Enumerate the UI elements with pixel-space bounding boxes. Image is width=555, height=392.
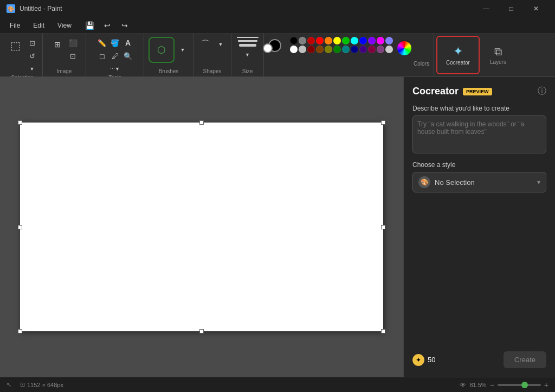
status-bar: ↖ ⊡ 1152 × 648px 👁 81.5% − + <box>0 377 555 392</box>
style-value: No Selection <box>435 178 537 187</box>
resize-tool[interactable]: ⊞ <box>50 37 65 52</box>
handle-bottom-left[interactable] <box>18 329 22 333</box>
canvas-area[interactable] <box>0 77 403 377</box>
color-swatch[interactable] <box>307 37 315 44</box>
panel-footer: ✦ 50 Create <box>412 351 546 368</box>
quick-access-toolbar: 💾 ↩ ↪ <box>83 19 131 32</box>
handle-top-right[interactable] <box>381 120 385 125</box>
close-button[interactable]: ✕ <box>524 0 548 17</box>
color-swatch[interactable] <box>351 46 358 53</box>
cursor-icon-area: ↖ <box>7 381 11 388</box>
drawing-canvas[interactable] <box>20 123 383 331</box>
color-swatch[interactable] <box>368 37 376 44</box>
image-tool-2[interactable]: ⊡ <box>67 50 79 62</box>
shapes-dropdown[interactable]: ▼ <box>215 38 227 50</box>
redo-button[interactable]: ↪ <box>118 19 131 32</box>
status-left: ↖ ⊡ 1152 × 648px <box>7 381 63 388</box>
layers-button[interactable]: ⧉ Layers <box>482 34 514 76</box>
handle-top-center[interactable] <box>199 120 204 125</box>
color-picker-tool[interactable]: 🖊 <box>109 50 121 62</box>
brush-icon: ⬡ <box>157 44 166 56</box>
undo-button[interactable]: ↩ <box>101 19 114 32</box>
menu-view[interactable]: View <box>52 20 77 31</box>
color-swatch[interactable] <box>333 37 341 44</box>
color-swatch[interactable] <box>385 37 393 44</box>
zoom-out-button[interactable]: − <box>490 381 494 389</box>
tool-more[interactable]: ⋯▼ <box>109 63 121 75</box>
describe-label: Describe what you'd like to create <box>412 105 546 112</box>
cocreator-sparkle-icon: ✦ <box>453 44 463 59</box>
ribbon-group-brushes: ⬡ ▼ Brushes <box>144 34 193 76</box>
color-swatch[interactable] <box>290 37 298 44</box>
color-swatch[interactable] <box>325 37 332 44</box>
save-button[interactable]: 💾 <box>83 19 96 32</box>
chevron-down-icon: ▾ <box>537 178 540 186</box>
color-swatch[interactable] <box>359 37 367 44</box>
describe-input[interactable] <box>412 115 546 153</box>
image-group-label: Image <box>57 68 72 75</box>
color-swatch[interactable] <box>385 46 393 53</box>
color-swatch[interactable] <box>333 46 341 53</box>
background-color[interactable] <box>263 43 273 53</box>
color-swatch[interactable] <box>342 37 350 44</box>
color-swatch[interactable] <box>307 46 315 53</box>
color-swatch[interactable] <box>377 37 384 44</box>
style-dropdown[interactable]: 🎨 No Selection ▾ <box>412 172 546 192</box>
zoom-slider[interactable] <box>498 384 541 386</box>
create-button[interactable]: Create <box>504 351 546 368</box>
magnify-tool[interactable]: 🔍 <box>122 50 134 62</box>
info-icon[interactable]: ⓘ <box>538 86 546 97</box>
window-controls: — □ ✕ <box>474 0 548 17</box>
ribbon-group-shapes: ⌒ ▼ Shapes <box>193 34 231 76</box>
app-icon: 🎨 <box>7 4 15 13</box>
color-swatch[interactable] <box>299 46 306 53</box>
title-bar: 🎨 Untitled - Paint — □ ✕ <box>0 0 555 17</box>
style-label: Choose a style <box>412 161 546 169</box>
brush-dropdown[interactable]: ▼ <box>177 44 189 56</box>
color-swatch[interactable] <box>377 46 384 53</box>
color-swatch[interactable] <box>359 46 367 53</box>
color-swatch[interactable] <box>290 46 298 53</box>
ribbon-group-tools: ✏️ 🪣 A ◻ 🖊 🔍 ⋯▼ Tools <box>86 34 144 76</box>
select-all-tool[interactable]: ▼ <box>26 63 38 75</box>
pencil-tool[interactable]: ✏️ <box>96 37 108 49</box>
size-dropdown[interactable]: ▼ <box>242 49 254 61</box>
handle-middle-right[interactable] <box>381 225 385 229</box>
ribbon-group-image: ⊞ ⬛ ⊡ Image <box>43 34 86 76</box>
zoom-in-button[interactable]: + <box>544 381 548 389</box>
rotate-tool[interactable]: ↺ <box>26 50 38 62</box>
zoom-level: 81.5% <box>469 382 486 388</box>
color-swatch[interactable] <box>368 46 376 53</box>
panel-header: Cocreator PREVIEW ⓘ <box>412 86 546 97</box>
zoom-controls: 👁 81.5% − + <box>460 381 548 389</box>
color-swatch[interactable] <box>325 46 332 53</box>
color-swatch[interactable] <box>316 46 324 53</box>
color-swatch[interactable] <box>351 37 358 44</box>
color-swatch[interactable] <box>342 46 350 53</box>
handle-bottom-center[interactable] <box>199 329 204 333</box>
menu-edit[interactable]: Edit <box>28 20 50 31</box>
crop-tool[interactable]: ⊡ <box>26 37 38 49</box>
shapes-button[interactable]: ⌒ <box>198 37 213 52</box>
cocreator-button[interactable]: ✦ Cocreator <box>436 36 480 74</box>
eraser-tool[interactable]: ◻ <box>96 50 108 62</box>
menu-file[interactable]: File <box>4 20 25 31</box>
handle-bottom-right[interactable] <box>381 329 385 333</box>
status-right: 👁 81.5% − + <box>460 381 548 389</box>
color-wheel-button[interactable] <box>397 41 411 55</box>
eye-icon: 👁 <box>460 381 466 389</box>
color-swatch[interactable] <box>299 37 306 44</box>
maximize-button[interactable]: □ <box>499 0 524 17</box>
zoom-thumb[interactable] <box>521 382 528 388</box>
selection-rect-tool[interactable]: ⬚ <box>7 37 24 54</box>
ribbon-group-colors: Colors <box>264 34 434 76</box>
color-swatch[interactable] <box>316 37 324 44</box>
image-tool-1[interactable]: ⬛ <box>67 37 79 49</box>
handle-top-left[interactable] <box>18 120 22 125</box>
title-left: 🎨 Untitled - Paint <box>7 4 62 13</box>
fill-tool[interactable]: 🪣 <box>109 37 121 49</box>
minimize-button[interactable]: — <box>474 0 499 17</box>
brushes-main-button[interactable]: ⬡ <box>149 37 175 63</box>
handle-middle-left[interactable] <box>18 225 22 229</box>
text-tool[interactable]: A <box>122 37 134 49</box>
